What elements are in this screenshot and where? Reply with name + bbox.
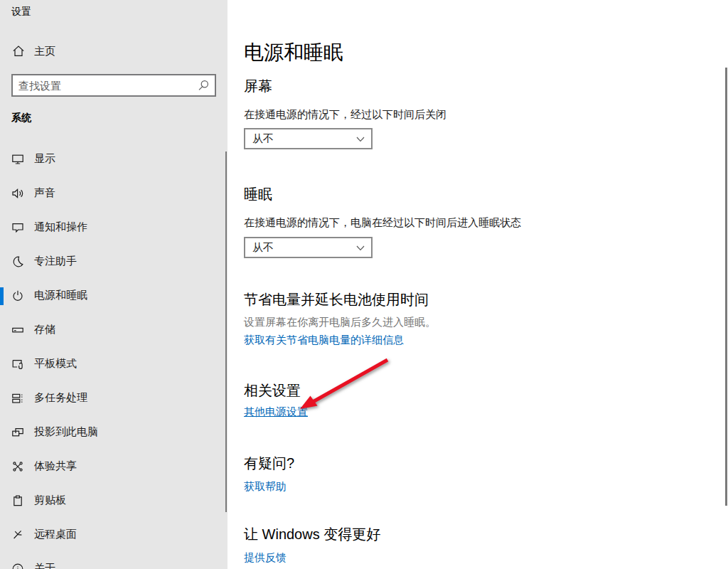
selected-accent-bar — [0, 287, 4, 305]
additional-power-settings-link[interactable]: 其他电源设置 — [244, 405, 308, 419]
battery-heading: 节省电量并延长电池使用时间 — [244, 290, 429, 309]
sidebar-item-label: 关于 — [34, 562, 55, 569]
sidebar-item-label: 专注助手 — [34, 255, 77, 268]
sidebar-item-about[interactable]: 关于 — [0, 555, 228, 569]
sleep-timeout-dropdown[interactable]: 从不 — [244, 237, 373, 258]
storage-icon — [11, 324, 24, 336]
sidebar: 设置 主页 系统 — [0, 0, 228, 569]
sound-icon — [11, 187, 24, 200]
display-icon — [11, 153, 24, 166]
sidebar-item-label: 体验共享 — [34, 459, 77, 473]
sidebar-item-shared-experiences[interactable]: 体验共享 — [0, 452, 228, 481]
main-scrollbar[interactable] — [725, 68, 727, 506]
sidebar-item-clipboard[interactable]: 剪贴板 — [0, 486, 228, 515]
sidebar-item-tablet-mode[interactable]: 平板模式 — [0, 350, 228, 378]
projecting-icon — [11, 426, 24, 439]
notifications-icon — [11, 221, 24, 234]
window-title: 设置 — [11, 6, 31, 18]
sidebar-item-notifications[interactable]: 通知和操作 — [0, 213, 228, 242]
multitasking-icon — [11, 392, 24, 405]
tablet-mode-icon — [11, 358, 24, 371]
sidebar-item-storage[interactable]: 存储 — [0, 316, 228, 344]
sidebar-item-label: 通知和操作 — [34, 220, 87, 234]
chevron-down-icon — [356, 137, 365, 142]
sidebar-item-label: 显示 — [34, 152, 55, 166]
sidebar-item-home[interactable]: 主页 — [0, 37, 228, 65]
remote-desktop-icon — [11, 528, 24, 541]
sidebar-item-projecting[interactable]: 投影到此电脑 — [0, 418, 228, 447]
related-settings-heading: 相关设置 — [244, 381, 301, 400]
sidebar-group-system: 系统 — [11, 112, 31, 124]
sidebar-item-focus-assist[interactable]: 专注助手 — [0, 248, 228, 276]
sidebar-item-label: 多任务处理 — [34, 391, 87, 405]
screen-timeout-dropdown[interactable]: 从不 — [244, 128, 373, 149]
settings-window: 设置 主页 系统 — [0, 0, 728, 569]
main-content: 电源和睡眠 屏幕 在接通电源的情况下，经过以下时间后关闭 从不 睡眠 在接通电源… — [228, 0, 728, 569]
sleep-heading: 睡眠 — [244, 185, 272, 204]
home-icon — [12, 45, 25, 58]
questions-heading: 有疑问? — [244, 454, 294, 473]
feedback-heading: 让 Windows 变得更好 — [244, 525, 380, 544]
sidebar-item-remote-desktop[interactable]: 远程桌面 — [0, 521, 228, 549]
screen-heading: 屏幕 — [244, 77, 272, 96]
sidebar-item-multitasking[interactable]: 多任务处理 — [0, 384, 228, 413]
sidebar-item-label: 远程桌面 — [34, 528, 77, 541]
battery-info-link[interactable]: 获取有关节省电脑电量的详细信息 — [244, 334, 404, 347]
sidebar-item-power-sleep[interactable]: 电源和睡眠 — [0, 282, 228, 310]
power-icon — [11, 289, 24, 302]
shared-experiences-icon — [11, 460, 24, 473]
sidebar-item-label: 平板模式 — [34, 357, 77, 371]
search-box[interactable] — [11, 74, 216, 97]
about-icon — [11, 563, 24, 569]
sidebar-item-label: 主页 — [34, 45, 55, 58]
get-help-link[interactable]: 获取帮助 — [244, 480, 287, 494]
sidebar-item-label: 存储 — [34, 323, 55, 336]
sidebar-item-sound[interactable]: 声音 — [0, 179, 228, 208]
sidebar-item-label: 剪贴板 — [34, 494, 66, 507]
chevron-down-icon — [356, 245, 365, 251]
clipboard-icon — [11, 494, 24, 507]
screen-label: 在接通电源的情况下，经过以下时间后关闭 — [244, 108, 446, 122]
sidebar-item-display[interactable]: 显示 — [0, 145, 228, 174]
search-input[interactable] — [18, 75, 196, 95]
sleep-timeout-value: 从不 — [252, 241, 274, 255]
sidebar-item-label: 电源和睡眠 — [34, 289, 87, 302]
sidebar-item-label: 声音 — [34, 186, 55, 200]
search-icon[interactable] — [197, 79, 210, 92]
sidebar-item-label: 投影到此电脑 — [34, 425, 98, 439]
sidebar-scrollbar[interactable] — [225, 151, 227, 512]
focus-assist-icon — [11, 255, 24, 268]
screen-timeout-value: 从不 — [252, 132, 274, 146]
battery-description: 设置屏幕在你离开电脑后多久进入睡眠。 — [244, 316, 436, 329]
give-feedback-link[interactable]: 提供反馈 — [244, 551, 287, 565]
sleep-label: 在接通电源的情况下，电脑在经过以下时间后进入睡眠状态 — [244, 216, 521, 230]
page-title: 电源和睡眠 — [244, 39, 343, 66]
